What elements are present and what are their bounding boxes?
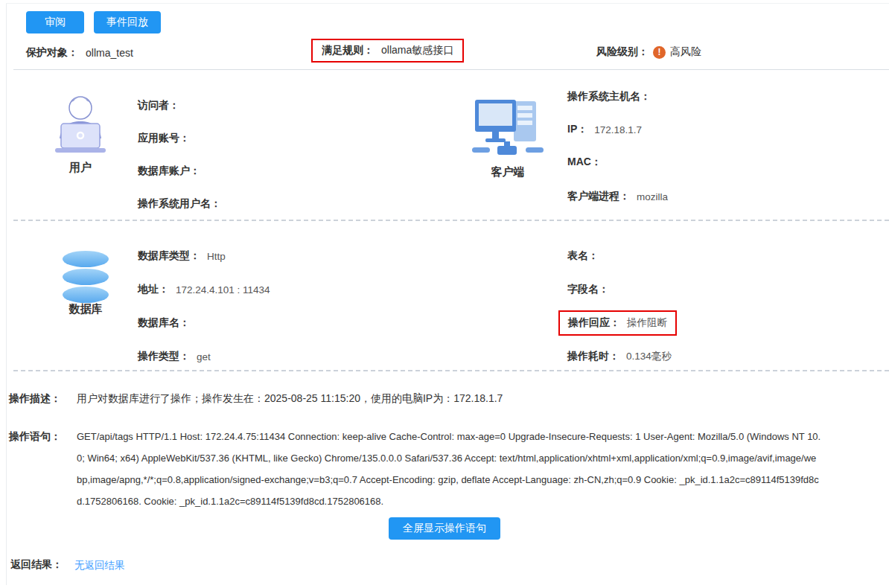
toolbar: 审阅 事件回放: [26, 11, 161, 33]
field-op-response-label: 操作回应：: [568, 316, 620, 330]
risk-level-value: 高风险: [670, 45, 701, 59]
field-app-account: 应用账号：: [138, 132, 197, 145]
field-client-process-value: mozilla: [637, 191, 668, 202]
panel-top-border: [6, 3, 889, 4]
field-db-type-label: 数据库类型：: [138, 249, 200, 263]
op-description-label: 操作描述：: [9, 392, 61, 406]
client-icon: [472, 92, 544, 164]
field-db-name-label: 数据库名：: [138, 316, 190, 330]
field-address: 地址： 172.24.4.101 : 11434: [138, 283, 270, 296]
field-os-hostname-label: 操作系统主机名：: [567, 90, 651, 103]
field-os-username: 操作系统用户名：: [138, 197, 228, 211]
field-db-type: 数据库类型： Http: [138, 249, 226, 263]
field-db-account-label: 数据库账户：: [138, 164, 200, 178]
protect-object-label: 保护对象：: [26, 46, 78, 60]
risk-level: 风险级别： 高风险: [596, 45, 701, 59]
field-address-value: 172.24.4.101 : 11434: [176, 284, 270, 295]
op-description-value: 用户对数据库进行了操作；操作发生在：2025-08-25 11:15:20，使用…: [77, 392, 503, 406]
review-button[interactable]: 审阅: [26, 11, 84, 33]
rule-value: ollama敏感接口: [381, 44, 453, 57]
op-response-highlight-box: 操作回应： 操作阻断: [558, 310, 677, 336]
return-result-label: 返回结果：: [10, 558, 63, 572]
field-op-response-value: 操作阻断: [627, 316, 667, 330]
field-ip-label: IP：: [567, 123, 587, 136]
section-divider-2: [13, 370, 889, 371]
field-op-type-label: 操作类型：: [138, 350, 190, 363]
op-statement-label: 操作语句：: [9, 430, 61, 444]
protect-object-value: ollma_test: [86, 47, 133, 59]
section-divider-1: [13, 220, 889, 221]
field-table-name-label: 表名：: [567, 249, 599, 263]
field-app-account-label: 应用账号：: [138, 132, 190, 145]
field-visitor: 访问者：: [138, 99, 186, 112]
fullscreen-statement-button[interactable]: 全屏显示操作语句: [389, 517, 500, 540]
rule-highlight-box: 满足规则： ollama敏感接口: [311, 39, 464, 63]
risk-level-label: 风险级别：: [596, 45, 649, 59]
op-statement-value: GET/api/tags HTTP/1.1 Host: 172.24.4.75:…: [77, 426, 821, 512]
field-db-name: 数据库名：: [138, 316, 197, 330]
field-client-process: 客户端进程： mozilla: [567, 190, 668, 203]
field-ip: IP： 172.18.1.7: [567, 123, 642, 136]
field-db-account: 数据库账户：: [138, 164, 207, 178]
client-section-title: 客户端: [466, 165, 549, 179]
panel-left-border: [6, 3, 7, 585]
field-mac-label: MAC：: [567, 156, 602, 169]
event-detail-panel: 审阅 事件回放 保护对象： ollma_test 满足规则： ollama敏感接…: [0, 0, 889, 588]
field-op-duration: 操作耗时： 0.134毫秒: [567, 350, 672, 363]
database-icon: [57, 250, 115, 307]
field-table-name: 表名：: [567, 249, 605, 263]
field-db-type-value: Http: [207, 251, 226, 262]
field-field-name: 字段名：: [567, 283, 616, 296]
field-op-duration-value: 0.134毫秒: [626, 350, 672, 363]
field-ip-value: 172.18.1.7: [594, 124, 642, 135]
field-op-type-value: get: [197, 351, 211, 362]
field-op-duration-label: 操作耗时：: [567, 350, 619, 363]
field-client-process-label: 客户端进程：: [567, 190, 630, 203]
risk-warning-icon: [653, 46, 666, 59]
field-os-username-label: 操作系统用户名：: [138, 197, 221, 211]
rule-label: 满足规则：: [322, 44, 374, 57]
protect-object: 保护对象： ollma_test: [26, 46, 133, 60]
field-os-hostname: 操作系统主机名：: [567, 90, 657, 103]
field-op-type: 操作类型： get: [138, 350, 211, 363]
field-address-label: 地址：: [138, 283, 169, 296]
header-divider: [13, 69, 889, 70]
user-section-title: 用户: [37, 161, 124, 175]
user-icon: [46, 89, 115, 159]
database-section-title: 数据库: [42, 302, 129, 316]
event-replay-button[interactable]: 事件回放: [94, 11, 161, 33]
field-visitor-label: 访问者：: [138, 99, 179, 112]
field-field-name-label: 字段名：: [567, 283, 609, 296]
field-mac: MAC：: [567, 156, 608, 169]
no-return-result-link[interactable]: 无返回结果: [74, 559, 125, 572]
